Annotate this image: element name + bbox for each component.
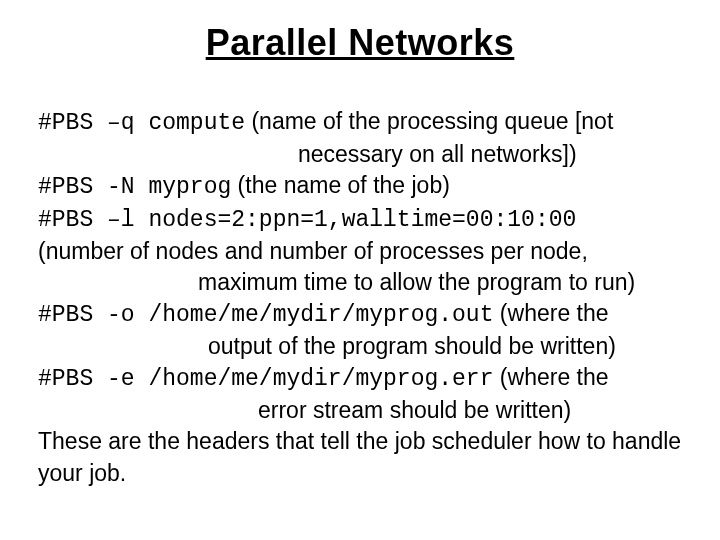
code-pbs-e: #PBS -e /home/me/mydir/myprog.err [38, 366, 493, 392]
line-3: #PBS -N myprog (the name of the job) [38, 170, 682, 203]
code-pbs-l: #PBS –l nodes=2:ppn=1,walltime=00:10:00 [38, 207, 576, 233]
code-pbs-q: #PBS –q compute [38, 110, 245, 136]
line-7: #PBS -o /home/me/mydir/myprog.out (where… [38, 298, 682, 331]
line-2: necessary on all networks]) [38, 139, 682, 170]
text-pbs-q-desc-1: (name of the processing queue [not [245, 108, 613, 134]
code-pbs-n: #PBS -N myprog [38, 174, 231, 200]
line-5: (number of nodes and number of processes… [38, 236, 682, 267]
slide: Parallel Networks #PBS –q compute (name … [0, 0, 720, 540]
code-pbs-o: #PBS -o /home/me/mydir/myprog.out [38, 302, 493, 328]
text-pbs-o-desc-1: (where the [493, 300, 608, 326]
line-11: These are the headers that tell the job … [38, 426, 682, 488]
line-10: error stream should be written) [38, 395, 682, 426]
line-4: #PBS –l nodes=2:ppn=1,walltime=00:10:00 [38, 203, 682, 236]
slide-title: Parallel Networks [38, 22, 682, 64]
line-9: #PBS -e /home/me/mydir/myprog.err (where… [38, 362, 682, 395]
text-pbs-n-desc: (the name of the job) [231, 172, 450, 198]
line-8: output of the program should be written) [38, 331, 682, 362]
text-pbs-e-desc-1: (where the [493, 364, 608, 390]
line-6: maximum time to allow the program to run… [38, 267, 682, 298]
slide-body: #PBS –q compute (name of the processing … [38, 106, 682, 489]
line-1: #PBS –q compute (name of the processing … [38, 106, 682, 139]
